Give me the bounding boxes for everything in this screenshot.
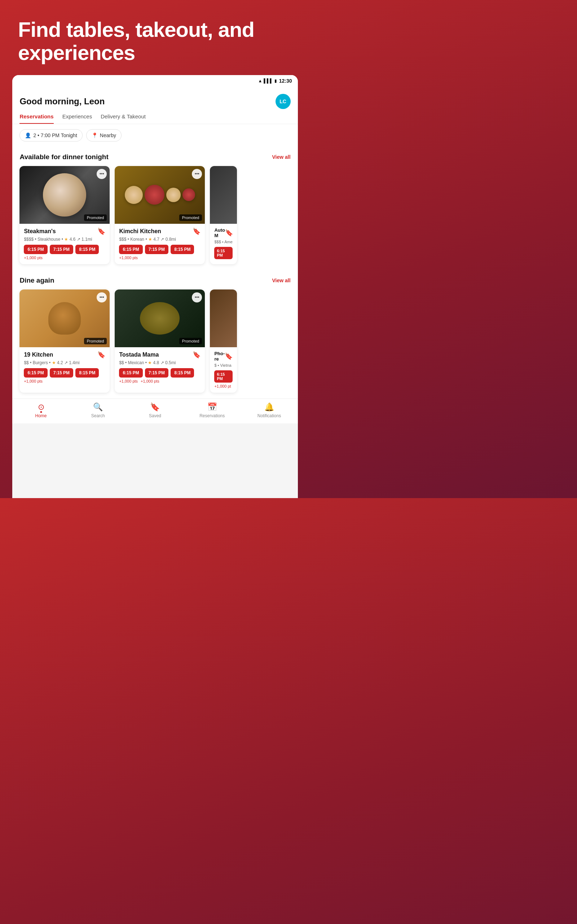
slot-tostada-2[interactable]: 8:15 PM (171, 368, 194, 378)
star-icon-tostada: ★ (148, 360, 152, 365)
more-options-kimchi[interactable]: ••• (192, 169, 202, 179)
tab-reservations[interactable]: Reservations (19, 113, 53, 124)
bookmark-autom[interactable]: 🔖 (225, 229, 233, 237)
bookmark-kimchi[interactable]: 🔖 (193, 228, 200, 235)
time-slots-steakmans: 6:15 PM 7:15 PM 8:15 PM (24, 245, 105, 254)
bookmark-steakmans[interactable]: 🔖 (97, 228, 105, 235)
card-steakmans[interactable]: ••• Promoted Steakman's 🔖 $$$$ • Steakho… (19, 166, 110, 264)
filter-guests-time[interactable]: 👤 2 • 7:00 PM Tonight (19, 129, 82, 142)
time-slots-19kitchen: 6:15 PM 7:15 PM 8:15 PM (24, 368, 105, 378)
card-image-steakmans: ••• Promoted (19, 166, 110, 224)
status-bar: ▲ ▌▌▌ ▮ 12:30 (12, 75, 298, 87)
card-body-autom: Auto M 🔖 $$$ • Ame 6:15 PM (210, 224, 237, 263)
card-autom[interactable]: Auto M 🔖 $$$ • Ame 6:15 PM (210, 166, 237, 264)
wifi-icon: ▲ (258, 78, 262, 83)
promoted-badge-steakmans: Promoted (84, 215, 107, 221)
slot-pho-0[interactable]: 6:15 PM (214, 370, 233, 383)
battery-icon: ▮ (274, 78, 277, 83)
card-body-steakmans: Steakman's 🔖 $$$$ • Steakhouse • ★ 4.6 ↗ (19, 224, 110, 264)
hero-section: Find tables, takeout, and experiences (0, 0, 310, 75)
more-options-19kitchen[interactable]: ••• (97, 292, 107, 302)
filter-location[interactable]: 📍 Nearby (86, 129, 121, 142)
nav-search[interactable]: 🔍 Search (84, 402, 113, 418)
section-available-header: Available for dinner tonight View all (12, 150, 298, 164)
slot-tostada-0[interactable]: 6:15 PM (119, 368, 142, 378)
slot-tostada-1[interactable]: 7:15 PM (145, 368, 168, 378)
restaurant-name-autom: Auto M (214, 228, 225, 238)
nav-notifications-label: Notifications (258, 413, 281, 418)
status-time: 12:30 (279, 78, 292, 84)
card-meta-19kitchen: $$ • Burgers • ★ 4.2 ↗ 1.4mi (24, 360, 105, 365)
avatar[interactable]: LC (276, 94, 291, 109)
section-dine-title: Dine again (19, 276, 54, 284)
reservations-icon: 📅 (207, 402, 217, 412)
card-title-row-steakmans: Steakman's 🔖 (24, 228, 105, 235)
card-19kitchen[interactable]: ••• Promoted 19 Kitchen 🔖 $$ • Burgers (19, 289, 110, 393)
promoted-badge-tostada: Promoted (179, 338, 202, 344)
slot-kimchi-1[interactable]: 7:15 PM (145, 245, 168, 254)
card-meta-tostada: $$ • Mexican • ★ 4.8 ↗ 0.5mi (119, 360, 200, 365)
section-dine-viewall[interactable]: View all (272, 278, 290, 283)
filter-row: 👤 2 • 7:00 PM Tonight 📍 Nearby (12, 124, 298, 147)
slot-steakmans-0[interactable]: 6:15 PM (24, 245, 47, 254)
card-body-pho: Pho-re 🔖 $ • Vietna 6:15 PM (210, 347, 237, 393)
guests-icon: 👤 (25, 132, 31, 138)
slot-kimchi-2[interactable]: 8:15 PM (171, 245, 194, 254)
nav-saved-label: Saved (149, 413, 161, 418)
bookmark-pho[interactable]: 🔖 (225, 352, 233, 360)
nav-notifications[interactable]: 🔔 Notifications (255, 402, 284, 418)
section-available-title: Available for dinner tonight (19, 153, 108, 161)
promoted-badge-19kitchen: Promoted (84, 338, 107, 344)
app-content: Good morning, Leon LC Reservations Exper… (12, 87, 298, 423)
search-icon: 🔍 (93, 402, 103, 412)
saved-icon: 🔖 (150, 402, 160, 412)
card-meta-steakmans: $$$$ • Steakhouse • ★ 4.6 ↗ 1.1mi (24, 237, 105, 242)
bookmark-tostada[interactable]: 🔖 (193, 351, 200, 359)
app-header: Good morning, Leon LC (12, 87, 298, 109)
slot-19kitchen-0[interactable]: 6:15 PM (24, 368, 47, 378)
restaurant-name-steakmans: Steakman's (24, 228, 56, 234)
nav-reservations-label: Reservations (200, 413, 225, 418)
slot-steakmans-2[interactable]: 8:15 PM (76, 245, 99, 254)
pts-pho: +1,000 pt (214, 384, 233, 388)
more-options-steakmans[interactable]: ••• (97, 169, 107, 179)
promoted-badge-kimchi: Promoted (179, 215, 202, 221)
restaurant-name-19kitchen: 19 Kitchen (24, 352, 53, 358)
restaurant-name-kimchi: Kimchi Kitchen (119, 228, 161, 234)
card-kimchi[interactable]: ••• Promoted Kimchi Kitchen 🔖 $$$ • Kore… (115, 166, 205, 264)
pts-tostada: +1,000 pts (119, 379, 138, 383)
card-image-pho (210, 289, 237, 347)
slot-19kitchen-1[interactable]: 7:15 PM (50, 368, 73, 378)
slot-19kitchen-2[interactable]: 8:15 PM (76, 368, 99, 378)
tab-experiences[interactable]: Experiences (62, 113, 92, 124)
slot-kimchi-0[interactable]: 6:15 PM (119, 245, 142, 254)
card-meta-pho: $ • Vietna (214, 363, 233, 367)
nav-search-label: Search (91, 413, 105, 418)
restaurant-name-pho: Pho-re (214, 351, 225, 362)
tab-delivery-takeout[interactable]: Delivery & Takeout (101, 113, 146, 124)
section-dine-again: Dine again View all ••• Promoted 1 (12, 270, 298, 399)
nav-home[interactable]: ⊙ Home (27, 402, 56, 418)
status-icons: ▲ ▌▌▌ ▮ (258, 78, 277, 83)
section-available-viewall[interactable]: View all (272, 154, 290, 160)
bookmark-19kitchen[interactable]: 🔖 (97, 351, 105, 359)
pts-tostada-2: +1,000 pts (141, 379, 160, 383)
star-icon-kimchi: ★ (148, 237, 152, 242)
main-tabs: Reservations Experiences Delivery & Take… (12, 109, 298, 124)
card-pho[interactable]: Pho-re 🔖 $ • Vietna 6:15 PM (210, 289, 237, 393)
nav-saved[interactable]: 🔖 Saved (141, 402, 169, 418)
card-tostada[interactable]: ••• Promoted Tostada Mama 🔖 $$ • Mexican (115, 289, 205, 393)
card-meta-kimchi: $$$ • Korean • ★ 4.7 ↗ 0.8mi (119, 237, 200, 242)
card-image-19kitchen: ••• Promoted (19, 289, 110, 347)
star-icon-steakmans: ★ (64, 237, 68, 242)
card-meta-autom: $$$ • Ame (214, 240, 233, 244)
card-image-autom (210, 166, 237, 224)
time-slots-tostada: 6:15 PM 7:15 PM 8:15 PM (119, 368, 200, 378)
nav-home-label: Home (35, 413, 47, 418)
section-dine-header: Dine again View all (12, 274, 298, 287)
nav-reservations[interactable]: 📅 Reservations (198, 402, 226, 418)
slot-steakmans-1[interactable]: 7:15 PM (50, 245, 73, 254)
slot-autom-0[interactable]: 6:15 PM (214, 247, 233, 259)
bottom-nav: ⊙ Home 🔍 Search 🔖 Saved 📅 Reservations 🔔… (12, 399, 298, 423)
more-options-tostada[interactable]: ••• (192, 292, 202, 302)
